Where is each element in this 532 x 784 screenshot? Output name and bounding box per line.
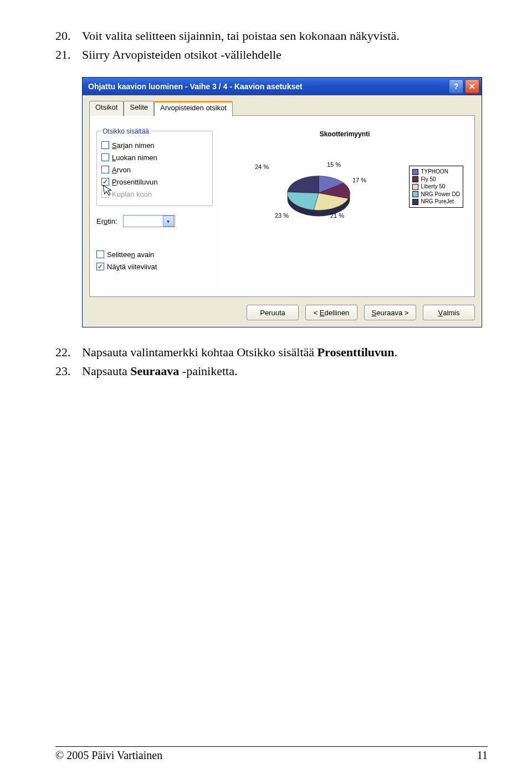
checkbox-nayta-viiteviivat[interactable]: ✓ [96,263,104,270]
tab-arvopisteiden-otsikot[interactable]: Arvopisteiden otsikot [154,101,233,116]
dialog-button-row: Peruuta < Edellinen Seuraava > Valmis [89,305,475,320]
page-footer: © 2005 Päivi Vartiainen 11 [55,746,488,762]
checkbox-selitteen-avain[interactable] [96,250,104,258]
step-22-number: 22. [55,344,82,361]
footer-copyright: © 2005 Päivi Vartiainen [55,749,162,762]
chart-title: Skootterimyynti [222,130,468,138]
legend-item-0: TYPHOON [421,168,448,176]
footer-page-number: 11 [477,749,488,762]
label-prosenttiluvun: Prosenttiluvun [112,178,157,186]
pct-label-17: 17 % [352,177,366,183]
tab-strip: Otsikot Selite Arvopisteiden otsikot [89,101,475,115]
tab-selite[interactable]: Selite [124,101,154,116]
legend-item-2: Liberty 50 [421,183,445,191]
combo-erotin[interactable]: ▾ [123,215,175,227]
checkbox-kuplan-koon [101,190,109,198]
legend-item-1: Fly 50 [421,176,436,183]
step-20-number: 20. [55,28,82,44]
step-20-text: Voit valita selitteen sijainnin, tai poi… [82,28,488,44]
step-22-text: Napsauta valintamerkki kohtaa Otsikko si… [82,344,488,361]
checkbox-sarjan-nimen[interactable] [101,141,109,149]
checkbox-luokan-nimen[interactable] [101,153,109,161]
close-button[interactable]: ✕ [465,79,479,94]
checkbox-prosenttiluvun[interactable]: ✓ [101,178,109,186]
label-erotin: Erotin: [96,217,117,226]
step-23-text: Napsauta Seuraava -painiketta. [82,363,488,380]
chart-wizard-dialog: Ohjattu kaavion luominen - Vaihe 3 / 4 -… [82,77,482,327]
group-label-otsikko-sisaltaa: Otsikko sisältää [101,127,151,135]
cancel-button[interactable]: Peruuta [247,305,299,320]
legend-item-3: NRG Power DD [421,191,460,198]
step-21-number: 21. [55,47,82,63]
tab-otsikot[interactable]: Otsikot [89,101,124,116]
next-button[interactable]: Seuraava > [364,305,416,320]
pct-label-21: 21 % [330,212,344,219]
back-button[interactable]: < Edellinen [305,305,357,320]
help-button[interactable]: ? [449,79,463,94]
chart-preview: Skootterimyynti [222,122,468,289]
label-luokan-nimen: Luokan nimen [112,153,157,162]
pct-label-24: 24 % [255,163,269,170]
pct-label-15: 15 % [327,161,341,168]
chart-legend: TYPHOON Fly 50 Liberty 50 NRG Power DD N… [409,166,463,208]
chevron-down-icon[interactable]: ▾ [163,216,174,227]
checkbox-arvon[interactable] [101,166,109,173]
label-nayta-viiteviivat: Näytä viiteviivat [107,263,157,271]
dialog-titlebar: Ohjattu kaavion luominen - Vaihe 3 / 4 -… [83,78,482,95]
step-21-text: Siirry Arvopisteiden otsikot -välilehdel… [82,47,488,63]
pie-chart-icon [277,168,360,223]
pct-label-23: 23 % [275,212,289,219]
finish-button[interactable]: Valmis [423,305,475,320]
tab-panel: Otsikko sisältää Sarjan nimen Luokan nim… [89,115,475,297]
label-arvon: Arvon [112,166,131,174]
label-kuplan-koon: Kuplan koon [112,190,152,198]
label-sarjan-nimen: Sarjan nimen [112,141,155,150]
step-23-number: 23. [55,363,82,380]
label-selitteen-avain: Selitteen avain [107,250,154,259]
legend-item-4: NRG PureJet [421,198,453,206]
dialog-title: Ohjattu kaavion luominen - Vaihe 3 / 4 -… [88,82,449,91]
groupbox-otsikko-sisaltaa: Sarjan nimen Luokan nimen Arvon ✓ Prosen… [96,131,213,206]
